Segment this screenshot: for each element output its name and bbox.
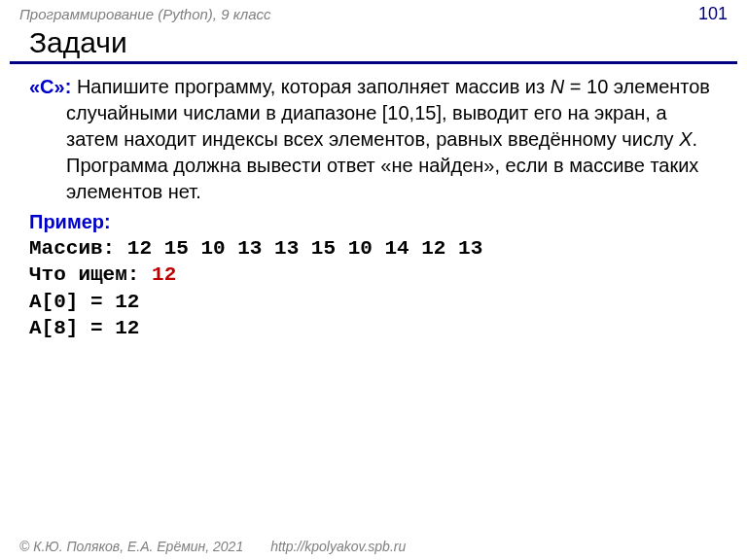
footer-copyright: © К.Ю. Поляков, Е.А. Ерёмин, 2021 [19,539,243,554]
example-search-value: 12 [139,263,176,286]
content-area: «C»: Напишите программу, которая заполня… [0,74,747,341]
example-result-0: A[0] = 12 [29,289,718,315]
task-var-x: X [679,128,692,150]
header-bar: Программирование (Python), 9 класс 101 [0,0,747,26]
task-paragraph: «C»: Напишите программу, которая заполня… [29,74,718,205]
footer: © К.Ю. Поляков, Е.А. Ерёмин, 2021http://… [19,539,406,554]
example-result-8: A[8] = 12 [29,315,718,341]
page-number: 101 [698,4,728,24]
task-var-n: N [551,76,564,97]
example-search-line: Что ищем: 12 [29,262,718,288]
course-title: Программирование (Python), 9 класс [19,6,271,22]
page-title: Задачи [10,26,737,64]
example-array-label: Массив: [29,237,115,260]
task-text-1: Напишите программу, которая заполняет ма… [71,76,550,97]
example-search-label: Что ищем: [29,263,139,286]
example-array-line: Массив: 12 15 10 13 13 15 10 14 12 13 [29,235,718,262]
task-label: «C»: [29,76,71,97]
example-array-values: 12 15 10 13 13 15 10 14 12 13 [115,237,482,260]
example-label: Пример: [29,209,718,235]
footer-url: http://kpolyakov.spb.ru [270,539,406,554]
